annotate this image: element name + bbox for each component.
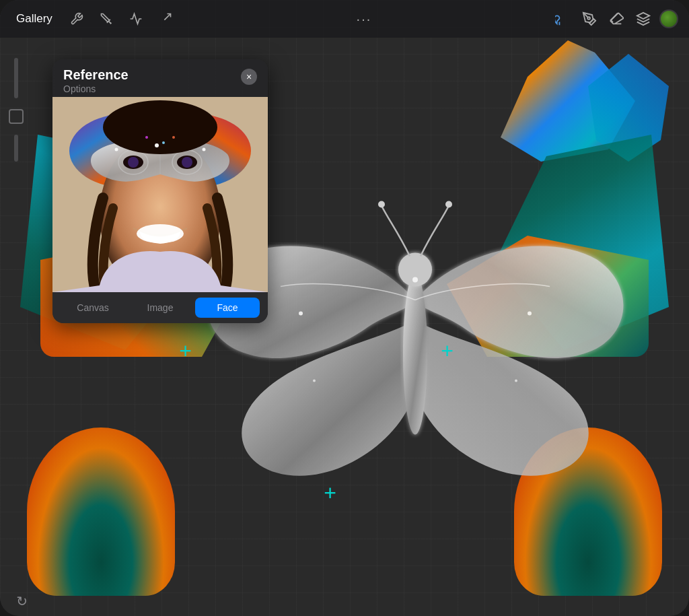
svg-point-6 [412,277,418,282]
panel-close-button[interactable]: × [241,69,257,85]
smudge-icon[interactable] [579,8,600,30]
crosshair-right: + [441,339,454,364]
svg-marker-15 [637,13,649,19]
toolbar-left-group: Gallery [11,8,176,30]
adjustments-icon[interactable] [125,8,147,30]
panel-title-group: Reference Options [63,67,129,94]
svg-point-24 [128,157,139,168]
toolbar-center-group: ··· [351,9,377,30]
crosshair-bottom: + [324,481,336,506]
svg-point-2 [378,201,385,207]
transform-icon[interactable] [155,8,176,30]
panel-header: Reference Options × [52,59,268,97]
tab-image[interactable]: Image [128,298,192,318]
gallery-button[interactable]: Gallery [11,9,58,28]
svg-point-4 [299,311,303,315]
tab-face[interactable]: Face [195,298,260,318]
bottom-toolbar: ↺ [0,586,689,616]
svg-point-33 [145,136,148,139]
color-picker[interactable] [659,9,678,28]
panel-subtitle: Options [63,83,129,94]
opacity-slider[interactable] [14,135,18,162]
crosshair-left: + [179,339,192,364]
wrench-icon[interactable] [66,8,87,30]
tab-canvas[interactable]: Canvas [61,298,125,318]
panel-title: Reference [63,67,129,83]
more-options-button[interactable]: ··· [351,9,377,30]
undo-button[interactable]: ↺ [16,593,28,609]
svg-point-32 [203,148,206,151]
svg-point-7 [313,379,316,382]
svg-point-5 [528,311,532,315]
svg-point-28 [103,100,217,154]
svg-point-14 [587,17,590,20]
opacity-toggle[interactable] [9,109,24,124]
reference-face-image [52,97,268,292]
reference-panel: Reference Options × [52,59,268,323]
peacock-bottom-left [27,427,175,596]
layers-icon[interactable] [632,8,654,30]
svg-point-26 [182,157,192,168]
brush-size-slider[interactable] [14,58,18,98]
svg-point-31 [115,148,118,151]
svg-point-8 [515,379,517,382]
svg-line-11 [110,23,112,24]
svg-point-29 [155,143,159,147]
eraser-icon[interactable] [606,8,627,30]
svg-point-30 [162,141,165,144]
reference-image-container [52,97,268,292]
toolbar-right-group [552,8,678,30]
magic-wand-icon[interactable] [96,8,117,30]
svg-point-3 [445,201,452,207]
svg-point-34 [172,136,175,139]
reference-tab-bar: Canvas Image Face [52,292,268,323]
top-toolbar: Gallery [0,0,689,38]
device-frame: + + + Gallery [0,0,689,616]
svg-line-12 [164,14,170,20]
left-sidebar [0,38,32,616]
brush-icon[interactable] [552,8,573,30]
